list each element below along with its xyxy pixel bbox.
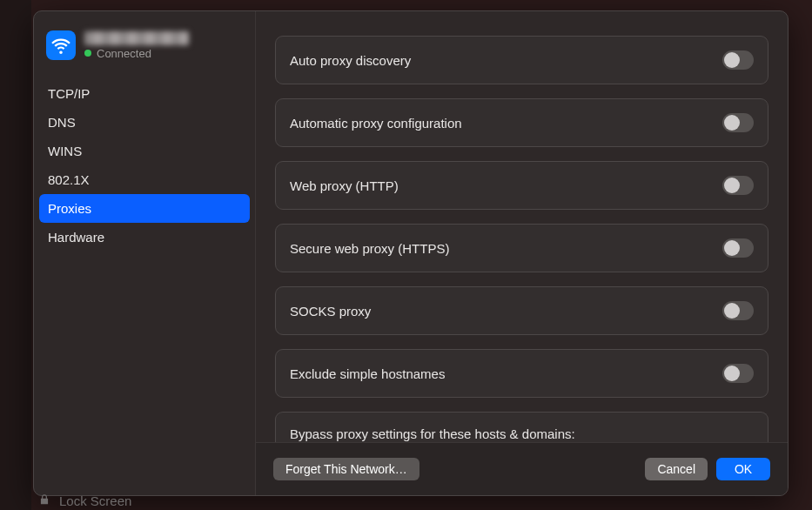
toggle-automatic-proxy-config[interactable] xyxy=(722,113,754,132)
system-sidebar-sliver xyxy=(0,0,31,510)
background-lock-screen-row: Lock Screen xyxy=(38,493,131,508)
row-web-proxy-http: Web proxy (HTTP) xyxy=(275,161,768,210)
proxies-scroll[interactable]: Auto proxy discovery Automatic proxy con… xyxy=(256,11,788,442)
network-settings-sheet: Connected TCP/IP DNS WINS 802.1X Proxies… xyxy=(33,10,789,496)
sidebar-tabs: TCP/IP DNS WINS 802.1X Proxies Hardware xyxy=(34,79,255,252)
label-bypass-proxy: Bypass proxy settings for these hosts & … xyxy=(290,426,754,441)
status-label: Connected xyxy=(97,47,151,60)
network-name-block: Connected xyxy=(84,31,189,60)
toggle-auto-proxy-discovery[interactable] xyxy=(722,50,754,70)
sheet-footer: Forget This Network… Cancel OK xyxy=(256,442,788,495)
label-secure-web-proxy-https: Secure web proxy (HTTPS) xyxy=(290,241,449,256)
sidebar-item-hardware[interactable]: Hardware xyxy=(39,223,250,252)
connection-status: Connected xyxy=(84,47,189,60)
label-socks-proxy: SOCKS proxy xyxy=(290,304,371,319)
sidebar-item-tcpip[interactable]: TCP/IP xyxy=(39,79,250,108)
row-secure-web-proxy-https: Secure web proxy (HTTPS) xyxy=(275,224,768,272)
row-socks-proxy: SOCKS proxy xyxy=(275,286,768,335)
sidebar-item-proxies[interactable]: Proxies xyxy=(39,194,250,223)
label-automatic-proxy-config: Automatic proxy configuration xyxy=(290,116,462,131)
sidebar-item-dns[interactable]: DNS xyxy=(39,108,250,137)
main-pane: Auto proxy discovery Automatic proxy con… xyxy=(256,11,788,495)
cancel-button[interactable]: Cancel xyxy=(645,458,708,480)
ok-button[interactable]: OK xyxy=(716,458,770,480)
label-web-proxy-http: Web proxy (HTTP) xyxy=(290,178,399,193)
forget-network-button[interactable]: Forget This Network… xyxy=(273,458,419,480)
sidebar: Connected TCP/IP DNS WINS 802.1X Proxies… xyxy=(34,11,256,495)
toggle-secure-web-proxy-https[interactable] xyxy=(722,238,754,258)
row-automatic-proxy-config: Automatic proxy configuration xyxy=(275,98,768,147)
sidebar-item-wins[interactable]: WINS xyxy=(39,137,250,165)
background-lock-screen-label: Lock Screen xyxy=(59,493,131,508)
row-exclude-simple-hostnames: Exclude simple hostnames xyxy=(275,349,768,398)
row-bypass-proxy: Bypass proxy settings for these hosts & … xyxy=(275,412,768,442)
toggle-web-proxy-http[interactable] xyxy=(722,176,754,195)
label-exclude-simple-hostnames: Exclude simple hostnames xyxy=(290,366,445,381)
wifi-icon xyxy=(46,30,76,60)
status-dot-icon xyxy=(84,50,91,57)
toggle-socks-proxy[interactable] xyxy=(722,301,754,320)
label-auto-proxy-discovery: Auto proxy discovery xyxy=(290,53,411,68)
sidebar-item-8021x[interactable]: 802.1X xyxy=(39,165,250,194)
toggle-exclude-simple-hostnames[interactable] xyxy=(722,364,754,383)
network-name-redacted xyxy=(84,31,189,45)
lock-icon xyxy=(38,493,50,508)
row-auto-proxy-discovery: Auto proxy discovery xyxy=(275,36,768,84)
network-header: Connected xyxy=(34,25,255,72)
